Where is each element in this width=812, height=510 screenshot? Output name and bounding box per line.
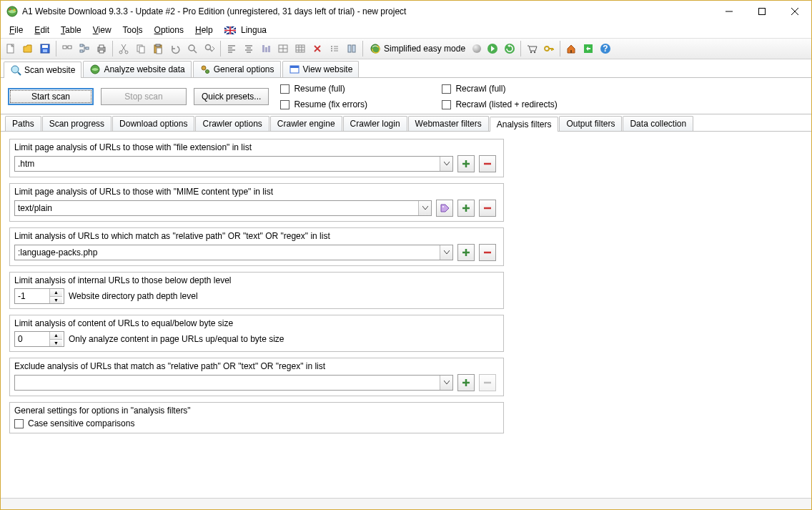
grid1-button[interactable] bbox=[274, 40, 292, 57]
refresh-button[interactable] bbox=[501, 40, 518, 57]
subtab-crawler-options[interactable]: Crawler options bbox=[195, 116, 269, 131]
tag-button[interactable] bbox=[436, 200, 453, 217]
browser-icon bbox=[289, 64, 300, 75]
save-button[interactable] bbox=[36, 40, 54, 57]
minimize-button[interactable] bbox=[713, 1, 746, 22]
subtab-crawler-engine[interactable]: Crawler engine bbox=[270, 116, 342, 131]
bytesize-input[interactable] bbox=[15, 332, 49, 346]
go-button[interactable] bbox=[484, 40, 501, 57]
subtab-paths[interactable]: Paths bbox=[5, 116, 41, 131]
find-next-button[interactable] bbox=[201, 40, 218, 57]
spin-down[interactable]: ▼ bbox=[50, 340, 62, 347]
menu-view[interactable]: View bbox=[87, 24, 117, 36]
add-button[interactable] bbox=[457, 374, 475, 391]
open-button[interactable] bbox=[19, 40, 36, 57]
tab-scan-website[interactable]: Scan website bbox=[4, 62, 81, 78]
svg-rect-24 bbox=[139, 46, 144, 53]
spin-down[interactable]: ▼ bbox=[50, 297, 62, 304]
copy-button[interactable] bbox=[132, 40, 149, 57]
recrawl-listed-checkbox[interactable]: Recrawl (listed + redirects) bbox=[442, 99, 628, 109]
home-button[interactable] bbox=[563, 40, 580, 57]
depth-input[interactable] bbox=[15, 289, 49, 303]
tab-view-website[interactable]: View website bbox=[282, 61, 360, 77]
svg-point-46 bbox=[534, 52, 535, 53]
add-button[interactable] bbox=[457, 244, 475, 261]
file-extension-combo[interactable] bbox=[14, 156, 453, 172]
subtab-analysis-filters[interactable]: Analysis filters bbox=[490, 117, 559, 132]
start-scan-button[interactable]: Start scan bbox=[8, 88, 94, 105]
columns-button[interactable] bbox=[343, 40, 360, 57]
find-button[interactable] bbox=[184, 40, 201, 57]
add-button[interactable] bbox=[457, 155, 475, 172]
subtab-data-collection[interactable]: Data collection bbox=[623, 116, 693, 131]
add-button[interactable] bbox=[457, 200, 475, 217]
key-button[interactable] bbox=[540, 40, 558, 57]
menu-edit[interactable]: Edit bbox=[29, 24, 55, 36]
chevron-down-icon[interactable] bbox=[440, 157, 452, 171]
main-tabs: Scan website Analyze website data Genera… bbox=[1, 59, 811, 78]
svg-point-39 bbox=[331, 50, 332, 52]
include-match-combo[interactable] bbox=[14, 245, 453, 260]
svg-rect-40 bbox=[348, 45, 351, 52]
svg-point-37 bbox=[331, 46, 332, 47]
chevron-down-icon[interactable] bbox=[418, 201, 431, 215]
svg-rect-27 bbox=[157, 48, 162, 54]
remove-button[interactable] bbox=[479, 200, 496, 217]
menu-lingua[interactable]: Lingua bbox=[219, 24, 272, 36]
help-button[interactable]: ? bbox=[597, 40, 614, 57]
copy-struct-button[interactable] bbox=[59, 40, 76, 57]
menu-tools[interactable]: Tools bbox=[117, 24, 149, 36]
quick-presets-button[interactable]: Quick presets... bbox=[194, 88, 269, 105]
menu-table[interactable]: Table bbox=[55, 24, 87, 36]
subtab-webmaster-filters[interactable]: Webmaster filters bbox=[408, 116, 489, 131]
close-button[interactable] bbox=[778, 1, 811, 22]
undo-button[interactable] bbox=[167, 40, 184, 57]
resume-fix-checkbox[interactable]: Resume (fix errors) bbox=[280, 99, 437, 109]
tree-button[interactable] bbox=[76, 40, 93, 57]
mime-type-input[interactable] bbox=[15, 201, 418, 215]
x-button[interactable] bbox=[309, 40, 326, 57]
maximize-button[interactable] bbox=[746, 1, 778, 22]
remove-button[interactable] bbox=[479, 244, 496, 261]
depth-spinner[interactable]: ▲▼ bbox=[14, 288, 64, 304]
align-bars-button[interactable] bbox=[257, 40, 274, 57]
subtab-download-options[interactable]: Download options bbox=[112, 116, 194, 131]
bytesize-spinner[interactable]: ▲▼ bbox=[14, 331, 64, 347]
resume-full-checkbox[interactable]: Resume (full) bbox=[280, 84, 437, 94]
chevron-down-icon[interactable] bbox=[440, 245, 452, 260]
exclude-match-combo[interactable] bbox=[14, 375, 453, 391]
simplified-mode-label: Simplified easy mode bbox=[384, 44, 465, 54]
spin-up[interactable]: ▲ bbox=[50, 332, 62, 340]
mime-type-combo[interactable] bbox=[14, 200, 432, 216]
spin-up[interactable]: ▲ bbox=[50, 289, 62, 297]
stop-scan-button[interactable]: Stop scan bbox=[101, 88, 187, 105]
subtab-crawler-login[interactable]: Crawler login bbox=[343, 116, 407, 131]
menubar: File Edit Table View Tools Options Help … bbox=[1, 22, 811, 38]
remove-button[interactable] bbox=[479, 155, 496, 172]
menu-options[interactable]: Options bbox=[149, 24, 189, 36]
list-button[interactable] bbox=[326, 40, 343, 57]
case-sensitive-checkbox[interactable]: Case sensitive comparisons bbox=[14, 418, 134, 428]
share-button[interactable] bbox=[580, 40, 597, 57]
menu-file[interactable]: File bbox=[4, 24, 29, 36]
print-button[interactable] bbox=[93, 40, 110, 57]
remove-button[interactable] bbox=[479, 374, 496, 391]
tab-general-options[interactable]: General options bbox=[193, 61, 281, 77]
recrawl-full-checkbox[interactable]: Recrawl (full) bbox=[442, 84, 628, 94]
file-extension-input[interactable] bbox=[15, 157, 440, 171]
exclude-match-input[interactable] bbox=[15, 376, 440, 390]
chevron-down-icon[interactable] bbox=[440, 376, 452, 390]
simplified-mode-button[interactable]: Simplified easy mode bbox=[365, 40, 470, 57]
align-left-button[interactable] bbox=[223, 40, 240, 57]
new-button[interactable] bbox=[2, 40, 19, 57]
subtab-output-filters[interactable]: Output filters bbox=[559, 116, 622, 131]
grid2-button[interactable] bbox=[292, 40, 309, 57]
subtab-scan-progress[interactable]: Scan progress bbox=[42, 116, 112, 131]
tab-analyze-data[interactable]: Analyze website data bbox=[83, 61, 191, 77]
include-match-input[interactable] bbox=[15, 245, 440, 260]
align-center-button[interactable] bbox=[240, 40, 257, 57]
cut-button[interactable] bbox=[115, 40, 132, 57]
menu-help[interactable]: Help bbox=[189, 24, 219, 36]
cart-button[interactable] bbox=[523, 40, 540, 57]
paste-button[interactable] bbox=[149, 40, 167, 57]
